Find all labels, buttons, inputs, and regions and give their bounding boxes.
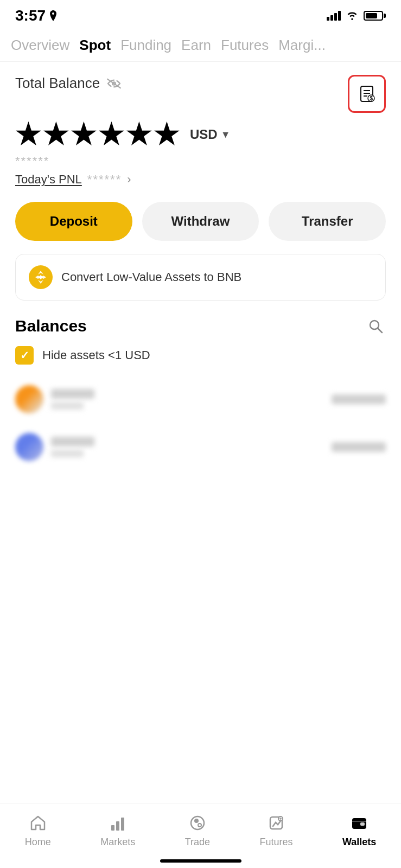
balances-header: Balances	[15, 316, 386, 336]
nav-markets-label: Markets	[100, 837, 135, 848]
pnl-label: Today's PNL	[15, 173, 82, 187]
nav-futures[interactable]: Futures	[259, 813, 292, 848]
wallets-icon	[347, 813, 371, 833]
tab-funding[interactable]: Funding	[120, 35, 181, 56]
eye-slash-icon[interactable]	[106, 78, 122, 89]
bottom-nav: Home Markets Trade	[0, 803, 401, 868]
trade-icon	[186, 813, 209, 833]
svg-point-19	[191, 816, 204, 829]
markets-icon	[106, 813, 130, 833]
convert-text: Convert Low-Value Assets to BNB	[61, 270, 241, 284]
balance-stars: ★★★★★★	[15, 118, 181, 151]
coin-icon-blue	[15, 433, 43, 461]
status-bar: 3:57	[0, 0, 401, 29]
svg-rect-25	[360, 822, 365, 826]
hide-assets-label: Hide assets <1 USD	[42, 348, 150, 362]
convert-banner[interactable]: Convert Low-Value Assets to BNB	[15, 254, 386, 301]
nav-markets[interactable]: Markets	[100, 813, 135, 848]
balances-section: Balances ✓ Hide assets <1 USD	[15, 316, 386, 469]
pnl-stars: ******	[87, 173, 122, 187]
status-time: 3:57	[15, 7, 58, 24]
currency-arrow-icon: ▼	[221, 129, 231, 141]
balances-title: Balances	[15, 317, 87, 335]
svg-text:$: $	[370, 95, 373, 101]
balance-amount-row: ★★★★★★ USD ▼	[15, 118, 386, 151]
coin-value-blur-2	[332, 442, 386, 452]
coin-info-1	[51, 389, 94, 410]
coin-info-2	[51, 437, 94, 457]
svg-line-15	[378, 328, 382, 333]
balance-item[interactable]	[15, 378, 386, 421]
nav-home[interactable]: Home	[25, 813, 51, 848]
battery-icon	[364, 11, 386, 21]
report-button[interactable]: $	[348, 75, 386, 113]
deposit-button[interactable]: Deposit	[15, 202, 132, 241]
coin-sub-blur-2	[51, 450, 84, 457]
balance-sub-stars: ******	[15, 154, 386, 168]
wifi-icon	[346, 11, 358, 20]
search-button[interactable]	[365, 316, 386, 336]
bnb-icon	[29, 265, 53, 289]
svg-point-0	[52, 12, 54, 15]
currency-selector[interactable]: USD ▼	[190, 127, 231, 142]
coin-sub-blur-1	[51, 402, 84, 410]
coin-name-blur-2	[51, 437, 94, 446]
nav-home-label: Home	[25, 837, 51, 848]
tab-margin[interactable]: Margi...	[278, 35, 335, 56]
pnl-arrow-icon: ›	[127, 173, 131, 187]
coin-name-blur-1	[51, 389, 94, 399]
tab-earn[interactable]: Earn	[181, 35, 221, 56]
nav-tabs: Overview Spot Funding Earn Futures Margi…	[0, 29, 401, 62]
action-buttons: Deposit Withdraw Transfer	[15, 202, 386, 241]
total-balance-label: Total Balance	[15, 75, 100, 92]
nav-futures-label: Futures	[259, 837, 292, 848]
currency-label: USD	[190, 127, 218, 142]
coin-value-blur-1	[332, 394, 386, 404]
svg-point-20	[194, 819, 199, 823]
coin-icon-orange	[15, 385, 43, 413]
tab-overview[interactable]: Overview	[11, 35, 79, 56]
balance-item-left-2	[15, 433, 94, 461]
main-content: Total Balance $ ★★★★★★ USD ▼ ******	[0, 62, 401, 469]
balance-label-row: Total Balance	[15, 75, 122, 92]
balance-item-left	[15, 385, 94, 413]
tab-futures[interactable]: Futures	[221, 35, 278, 56]
hide-assets-row[interactable]: ✓ Hide assets <1 USD	[15, 346, 386, 365]
svg-rect-16	[111, 825, 114, 831]
balance-header: Total Balance $	[15, 75, 386, 113]
nav-wallets-label: Wallets	[342, 837, 376, 848]
location-icon	[49, 10, 58, 21]
nav-trade[interactable]: Trade	[185, 813, 210, 848]
checkmark-icon: ✓	[20, 349, 29, 362]
futures-icon	[264, 813, 288, 833]
tab-spot[interactable]: Spot	[79, 35, 120, 56]
home-icon	[26, 813, 50, 833]
status-icons	[327, 11, 386, 21]
report-icon: $	[358, 85, 376, 103]
withdraw-button[interactable]: Withdraw	[142, 202, 259, 241]
signal-bars	[327, 11, 341, 21]
hide-assets-checkbox[interactable]: ✓	[15, 346, 34, 365]
home-bar	[160, 859, 241, 863]
search-icon	[367, 318, 384, 334]
svg-rect-17	[116, 821, 119, 831]
svg-rect-18	[121, 818, 124, 831]
balance-item-2[interactable]	[15, 425, 386, 469]
transfer-button[interactable]: Transfer	[269, 202, 386, 241]
pnl-row[interactable]: Today's PNL ****** ›	[15, 173, 386, 187]
nav-trade-label: Trade	[185, 837, 210, 848]
svg-point-21	[198, 824, 201, 827]
nav-wallets[interactable]: Wallets	[342, 813, 376, 848]
